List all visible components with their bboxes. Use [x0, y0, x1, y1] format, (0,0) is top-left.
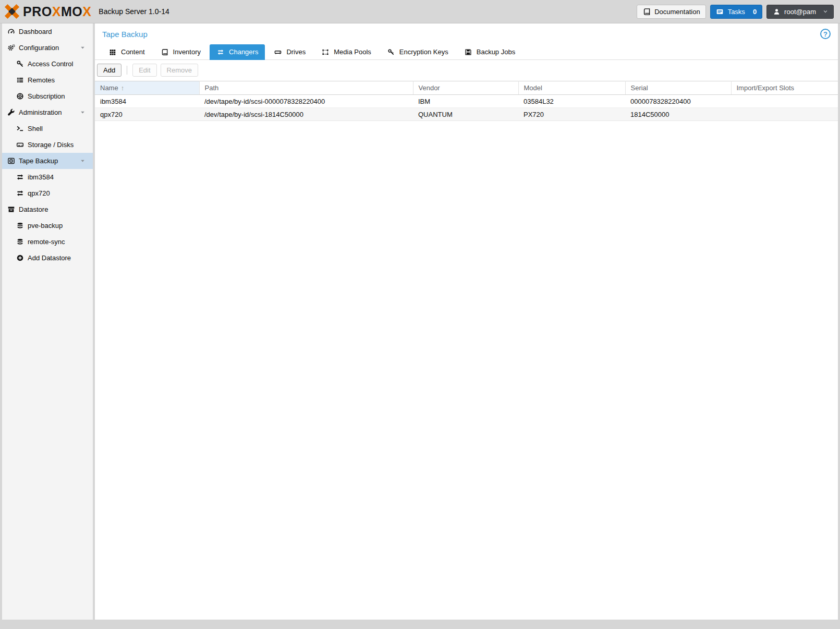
documentation-button[interactable]: Documentation	[637, 5, 705, 19]
sidebar-item-remotes[interactable]: Remotes	[2, 72, 93, 88]
book-icon	[161, 48, 169, 56]
sidebar-item-label: Remotes	[28, 76, 55, 84]
sidebar-item-subscription[interactable]: Subscription	[2, 88, 93, 104]
table-row-qpx720[interactable]: qpx720/dev/tape/by-id/scsi-1814C50000QUA…	[95, 108, 838, 121]
column-header-path[interactable]: Path	[199, 81, 413, 95]
cell-slots[interactable]	[731, 95, 838, 108]
plus-circle-icon	[16, 254, 24, 262]
content-panel: Tape Backup ? ContentInventoryChangersDr…	[95, 23, 838, 620]
sidebar-item-label: Subscription	[28, 92, 65, 100]
sidebar-item-datastore[interactable]: Datastore	[2, 201, 93, 217]
sidebar-item-label: pve-backup	[28, 222, 63, 229]
cell-path[interactable]: /dev/tape/by-id/scsi-1814C50000	[199, 108, 413, 121]
column-header-label: Path	[205, 84, 219, 92]
top-actions: Documentation Tasks 0 root@pam	[637, 5, 836, 19]
tape-icon	[7, 157, 15, 165]
database-icon	[16, 238, 24, 246]
edit-button[interactable]: Edit	[132, 64, 156, 77]
sidebar-item-ibm3584[interactable]: ibm3584	[2, 169, 93, 185]
proxmox-x-logo-icon	[4, 4, 20, 19]
object-group-icon	[321, 48, 330, 56]
tasks-button[interactable]: Tasks 0	[710, 5, 762, 19]
cell-slots[interactable]	[731, 108, 838, 121]
chevron-down-icon[interactable]	[79, 45, 86, 51]
main-layout: DashboardConfigurationAccess ControlRemo…	[0, 23, 840, 629]
tab-media-pools[interactable]: Media Pools	[314, 44, 378, 60]
exchange-icon	[16, 189, 24, 198]
proxmox-logo[interactable]: PROXMOX	[4, 4, 91, 19]
exchange-icon	[16, 173, 24, 182]
cell-name[interactable]: ibm3584	[95, 95, 199, 108]
support-icon	[16, 92, 24, 101]
sidebar-item-tape-backup[interactable]: Tape Backup	[2, 153, 93, 169]
tasks-label: Tasks	[728, 8, 745, 16]
user-icon	[772, 7, 781, 16]
sidebar-item-label: ibm3584	[28, 173, 54, 181]
chevron-down-icon[interactable]	[79, 110, 86, 116]
toolbar: Add Edit Remove	[95, 60, 838, 81]
sidebar-item-administration[interactable]: Administration	[2, 104, 93, 120]
tab-backup-jobs[interactable]: Backup Jobs	[457, 44, 522, 60]
sidebar-item-label: Dashboard	[19, 28, 52, 35]
table-header-row: Name↑PathVendorModelSerialImport/Export …	[95, 81, 838, 95]
sidebar-item-pve-backup[interactable]: pve-backup	[2, 217, 93, 234]
add-button[interactable]: Add	[97, 64, 121, 77]
tasks-count-badge: 0	[753, 8, 757, 16]
column-header-name[interactable]: Name↑	[95, 81, 199, 95]
tab-content[interactable]: Content	[102, 44, 152, 60]
table-row-ibm3584[interactable]: ibm3584/dev/tape/by-id/scsi-000007832822…	[95, 95, 838, 108]
help-button[interactable]: ?	[820, 29, 831, 39]
user-label: root@pam	[784, 8, 816, 16]
documentation-label: Documentation	[654, 8, 700, 16]
tab-changers[interactable]: Changers	[210, 44, 265, 60]
key-icon	[387, 48, 395, 56]
chevron-down-icon[interactable]	[79, 158, 86, 164]
column-header-label: Name	[100, 84, 118, 92]
sidebar-item-shell[interactable]: Shell	[2, 120, 93, 137]
sidebar-item-label: Administration	[19, 108, 62, 116]
list-icon	[16, 76, 24, 84]
tab-encryption-keys[interactable]: Encryption Keys	[380, 44, 455, 60]
tab-drives[interactable]: Drives	[267, 44, 312, 60]
sidebar-item-remote-sync[interactable]: remote-sync	[2, 234, 93, 250]
sidebar-item-storage-disks[interactable]: Storage / Disks	[2, 137, 93, 153]
key-icon	[16, 60, 24, 68]
changers-table: Name↑PathVendorModelSerialImport/Export …	[95, 81, 838, 121]
column-header-import-export-slots[interactable]: Import/Export Slots	[731, 81, 838, 95]
sidebar-item-label: Add Datastore	[28, 254, 71, 262]
wrench-icon	[7, 108, 15, 117]
column-header-vendor[interactable]: Vendor	[413, 81, 518, 95]
column-header-label: Import/Export Slots	[737, 84, 795, 92]
tab-inventory[interactable]: Inventory	[154, 44, 208, 60]
sidebar-item-qpx720[interactable]: qpx720	[2, 185, 93, 201]
sidebar-item-add-datastore[interactable]: Add Datastore	[2, 250, 93, 266]
cell-serial[interactable]: 0000078328220400	[625, 95, 731, 108]
column-header-model[interactable]: Model	[518, 81, 625, 95]
cell-name[interactable]: qpx720	[95, 108, 199, 121]
user-menu-button[interactable]: root@pam	[766, 5, 834, 19]
gears-icon	[7, 44, 15, 52]
tab-label: Encryption Keys	[399, 48, 448, 56]
cell-model[interactable]: 03584L32	[518, 95, 625, 108]
sidebar-item-access-control[interactable]: Access Control	[2, 56, 93, 72]
remove-button[interactable]: Remove	[161, 64, 198, 77]
tab-label: Media Pools	[334, 48, 371, 56]
cell-model[interactable]: PX720	[518, 108, 625, 121]
drive-icon	[274, 48, 282, 56]
tab-label: Changers	[229, 48, 258, 56]
cell-vendor[interactable]: IBM	[413, 95, 518, 108]
database-icon	[16, 222, 24, 230]
column-header-serial[interactable]: Serial	[625, 81, 731, 95]
tab-label: Inventory	[173, 48, 201, 56]
sidebar-item-configuration[interactable]: Configuration	[2, 40, 93, 56]
sidebar-item-label: Datastore	[19, 205, 48, 213]
tab-bar: ContentInventoryChangersDrivesMedia Pool…	[95, 44, 838, 60]
cell-path[interactable]: /dev/tape/by-id/scsi-0000078328220400	[199, 95, 413, 108]
product-title: Backup Server 1.0-14	[99, 7, 169, 16]
tab-label: Drives	[286, 48, 306, 56]
cell-serial[interactable]: 1814C50000	[625, 108, 731, 121]
sidebar-item-label: Tape Backup	[19, 157, 58, 165]
cell-vendor[interactable]: QUANTUM	[413, 108, 518, 121]
sidebar-item-label: Access Control	[28, 60, 73, 68]
sidebar-item-dashboard[interactable]: Dashboard	[2, 23, 93, 40]
